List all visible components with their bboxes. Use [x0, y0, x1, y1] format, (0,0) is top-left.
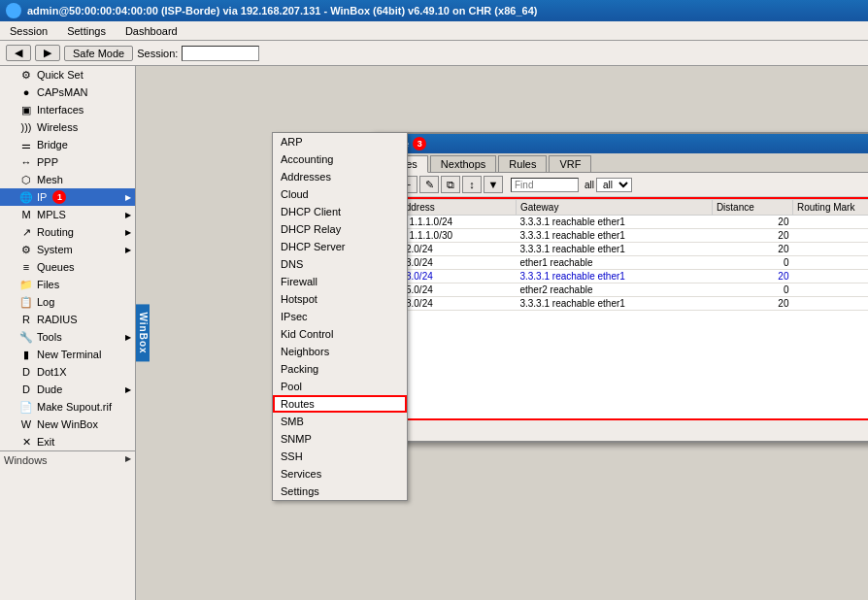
sidebar-item-routing[interactable]: ↗ Routing ▶ — [0, 223, 135, 241]
submenu-firewall[interactable]: Firewall — [273, 273, 407, 290]
edit-route-button[interactable]: ✎ — [419, 176, 439, 193]
sort-button[interactable]: ↕ — [462, 176, 482, 193]
sidebar-item-new-winbox[interactable]: W New WinBox — [0, 416, 135, 433]
submenu-pool[interactable]: Pool — [273, 378, 407, 395]
mpls-icon: M — [19, 208, 33, 221]
sidebar-item-exit[interactable]: ✕ Exit — [0, 433, 135, 450]
table-row[interactable]: ▶ 3.3.3.0/24ether1 reachable03.3.3.2 — [376, 256, 869, 270]
col-distance[interactable]: Distance — [712, 200, 792, 216]
submenu-arp[interactable]: ARP — [273, 133, 407, 150]
submenu-routes[interactable]: Routes — [273, 395, 407, 413]
submenu-addresses[interactable]: Addresses — [273, 168, 407, 185]
quick-set-icon: ⚙ — [19, 68, 33, 82]
sidebar-item-new-terminal[interactable]: ▮ New Terminal — [0, 346, 135, 363]
col-routing-mark[interactable]: Routing Mark — [792, 200, 868, 216]
table-row[interactable]: ▶ 8.8.8.0/243.3.3.1 reachable ether120 — [376, 297, 869, 311]
sidebar-item-files[interactable]: 📁 Files — [0, 276, 135, 293]
tab-vrf[interactable]: VRF — [549, 155, 591, 172]
sidebar-item-log[interactable]: 📋 Log — [0, 293, 135, 311]
route-table-container[interactable]: Dst. Address Gateway Distance Routing Ma… — [373, 197, 868, 420]
filter-button[interactable]: ▼ — [484, 176, 503, 193]
forward-button[interactable]: ▶ — [35, 45, 60, 61]
submenu-settings[interactable]: Settings — [273, 483, 407, 500]
wireless-icon: ))) — [19, 120, 33, 134]
col-gateway[interactable]: Gateway — [516, 200, 712, 216]
sidebar-item-system[interactable]: ⚙ System ▶ — [0, 241, 135, 258]
system-icon: ⚙ — [19, 243, 33, 256]
sidebar-item-dot1x[interactable]: D Dot1X — [0, 363, 135, 381]
sidebar-item-mpls[interactable]: M MPLS ▶ — [0, 206, 135, 223]
submenu-dhcp-server[interactable]: DHCP Server — [273, 238, 407, 255]
sidebar-item-bridge[interactable]: ⚌ Bridge — [0, 136, 135, 153]
winbox-label: WinBox — [136, 304, 150, 361]
title-bar: admin@50:00:00:04:00:00 (ISP-Borde) via … — [0, 0, 868, 21]
table-row[interactable]: ▶ 4.4.5.0/24ether2 reachable04.4.5.254 — [376, 283, 869, 297]
menu-settings[interactable]: Settings — [61, 24, 112, 38]
sidebar-item-radius[interactable]: R RADIUS — [0, 311, 135, 328]
radius-icon: R — [19, 313, 33, 326]
interfaces-icon: ▣ — [19, 103, 33, 117]
menu-session[interactable]: Session — [4, 24, 53, 38]
submenu-smb[interactable]: SMB — [273, 413, 407, 430]
route-badge: 3 — [413, 137, 426, 150]
sidebar-item-make-supout[interactable]: 📄 Make Supout.rif — [0, 398, 135, 416]
content-area: ARP Accounting Addresses Cloud DHCP Clie… — [136, 66, 868, 600]
files-icon: 📁 — [19, 278, 33, 291]
menu-bar: Session Settings Dashboard — [0, 21, 868, 41]
ip-badge: 1 — [52, 190, 66, 204]
safemode-button[interactable]: Safe Mode — [64, 46, 133, 61]
submenu-accounting[interactable]: Accounting — [273, 150, 407, 168]
table-row[interactable]: ▶ 3.3.3.0/243.3.3.1 reachable ether120 — [376, 270, 869, 283]
submenu-kid-control[interactable]: Kid Control — [273, 325, 407, 343]
sidebar-item-interfaces[interactable]: ▣ Interfaces — [0, 101, 135, 118]
submenu-hotspot[interactable]: Hotspot — [273, 290, 407, 308]
table-row[interactable]: DAb ▶ 1.1.1.0/303.3.3.1 reachable ether1… — [376, 229, 869, 243]
submenu-cloud[interactable]: Cloud — [273, 185, 407, 203]
route-tabs: Routes Nexthops Rules VRF — [373, 153, 868, 173]
winbox-icon: W — [19, 417, 33, 431]
windows-label: Windows — [4, 454, 48, 466]
table-row[interactable]: ▶ 2.2.2.0/243.3.3.1 reachable ether120 — [376, 243, 869, 256]
sidebar-item-queues[interactable]: ≡ Queues — [0, 258, 135, 276]
tab-rules[interactable]: Rules — [498, 155, 547, 172]
submenu-dns[interactable]: DNS — [273, 255, 407, 273]
routing-icon: ↗ — [19, 225, 33, 239]
main-layout: ⚙ Quick Set ● CAPsMAN ▣ Interfaces ))) W… — [0, 66, 868, 600]
filter-select[interactable]: all — [596, 178, 632, 192]
sidebar-item-tools[interactable]: 🔧 Tools ▶ — [0, 328, 135, 346]
sidebar: ⚙ Quick Set ● CAPsMAN ▣ Interfaces ))) W… — [0, 66, 136, 600]
table-row[interactable]: DAb ▶ 1.1.1.0/243.3.3.1 reachable ether1… — [376, 216, 869, 229]
sidebar-item-mesh[interactable]: ⬡ Mesh — [0, 171, 135, 188]
submenu-neighbors[interactable]: Neighbors — [273, 343, 407, 360]
windows-section: Windows ▶ — [0, 450, 135, 469]
submenu-packing[interactable]: Packing — [273, 360, 407, 378]
sidebar-item-ip[interactable]: 🌐 IP 1 ▶ — [0, 188, 135, 206]
dude-icon: D — [19, 383, 33, 396]
submenu-dhcp-relay[interactable]: DHCP Relay — [273, 220, 407, 238]
copy-route-button[interactable]: ⧉ — [441, 176, 460, 193]
sidebar-item-capsman[interactable]: ● CAPsMAN — [0, 83, 135, 101]
capsman-icon: ● — [19, 85, 33, 99]
mesh-icon: ⬡ — [19, 173, 33, 186]
session-input[interactable] — [182, 46, 259, 61]
ip-icon: 🌐 — [19, 190, 33, 204]
submenu-snmp[interactable]: SNMP — [273, 430, 407, 448]
sidebar-item-dude[interactable]: D Dude ▶ — [0, 381, 135, 398]
session-label: Session: — [137, 48, 178, 59]
all-label: all — [584, 180, 594, 190]
tools-icon: 🔧 — [19, 330, 33, 344]
submenu-services[interactable]: Services — [273, 465, 407, 483]
find-input[interactable] — [511, 178, 579, 192]
submenu-dhcp-client[interactable]: DHCP Client — [273, 203, 407, 220]
sidebar-item-ppp[interactable]: ↔ PPP — [0, 153, 135, 171]
tab-nexthops[interactable]: Nexthops — [430, 155, 496, 172]
submenu-ipsec[interactable]: IPsec — [273, 308, 407, 325]
ppp-icon: ↔ — [19, 155, 33, 169]
submenu-ssh[interactable]: SSH — [273, 448, 407, 465]
sidebar-item-wireless[interactable]: ))) Wireless — [0, 118, 135, 136]
back-button[interactable]: ◀ — [6, 45, 31, 61]
menu-dashboard[interactable]: Dashboard — [119, 24, 184, 38]
sidebar-item-quick-set[interactable]: ⚙ Quick Set — [0, 66, 135, 83]
terminal-icon: ▮ — [19, 348, 33, 361]
queues-icon: ≡ — [19, 260, 33, 274]
